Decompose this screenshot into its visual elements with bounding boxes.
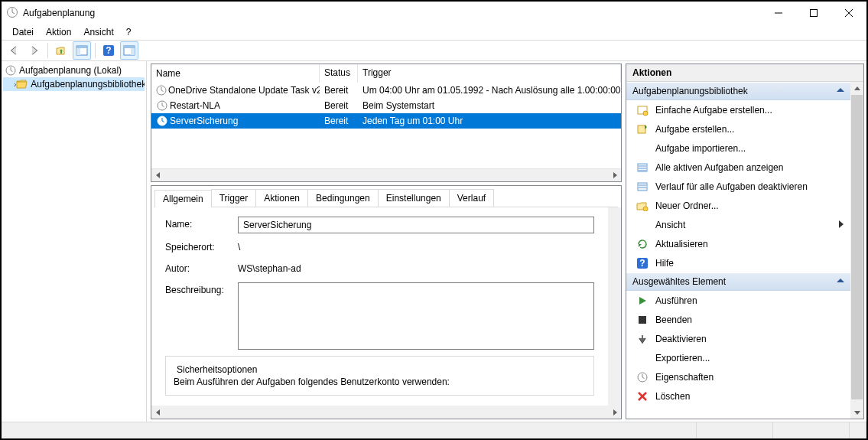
action-item[interactable]: Verlauf für alle Aufgaben deaktivieren bbox=[626, 177, 850, 196]
svg-rect-22 bbox=[639, 316, 646, 324]
disable-icon bbox=[636, 332, 649, 346]
tab-history[interactable]: Verlauf bbox=[449, 189, 494, 207]
col-header-name[interactable]: Name bbox=[151, 64, 320, 83]
close-button[interactable] bbox=[831, 2, 866, 24]
action-item[interactable]: Ansicht bbox=[626, 215, 850, 234]
task-row[interactable]: ServerSicherungBereitJeden Tag um 01:00 … bbox=[151, 113, 621, 129]
col-header-status[interactable]: Status bbox=[320, 64, 358, 83]
description-field[interactable] bbox=[238, 282, 594, 350]
action-item[interactable]: Ausführen bbox=[626, 291, 850, 310]
table-header: Name Status Trigger bbox=[151, 64, 621, 83]
menu-action[interactable]: Aktion bbox=[41, 25, 76, 39]
tab-general[interactable]: Allgemein bbox=[154, 190, 212, 207]
horizontal-scrollbar[interactable] bbox=[151, 406, 621, 419]
action-label: Hilfe bbox=[655, 258, 674, 269]
titlebar: Aufgabenplanung bbox=[2, 2, 866, 24]
action-label: Einfache Aufgabe erstellen... bbox=[655, 105, 772, 116]
props-icon bbox=[636, 370, 649, 384]
minimize-button[interactable] bbox=[761, 2, 796, 24]
run-icon bbox=[636, 294, 649, 308]
toolbar: ? bbox=[2, 40, 866, 61]
task-name: ServerSicherung bbox=[170, 116, 238, 126]
menu-view[interactable]: Ansicht bbox=[79, 25, 118, 39]
disable-history-icon bbox=[636, 180, 649, 194]
svg-point-15 bbox=[643, 111, 648, 116]
tab-conditions[interactable]: Bedingungen bbox=[307, 189, 379, 207]
actions-section[interactable]: Ausgewähltes Element bbox=[626, 272, 850, 291]
help-icon: ? bbox=[636, 256, 649, 270]
import-icon bbox=[636, 142, 649, 155]
action-item[interactable]: Deaktivieren bbox=[626, 329, 850, 348]
tree-library[interactable]: › Aufgabenplanungsbibliothek bbox=[3, 77, 145, 91]
new-folder-icon bbox=[636, 199, 649, 213]
tab-body: Name: ServerSicherung Speicherort: \ Aut… bbox=[151, 207, 608, 406]
action-item[interactable]: Neuer Ordner... bbox=[626, 196, 850, 215]
action-label: Verlauf für alle Aufgaben deaktivieren bbox=[655, 181, 808, 192]
task-list: Name Status Trigger OneDrive Standalone … bbox=[151, 64, 622, 182]
action-item[interactable]: Alle aktiven Aufgaben anzeigen bbox=[626, 158, 850, 177]
tab-triggers[interactable]: Trigger bbox=[211, 189, 257, 207]
svg-text:?: ? bbox=[639, 258, 645, 269]
action-label: Deaktivieren bbox=[655, 334, 707, 344]
forward-button[interactable] bbox=[25, 41, 44, 60]
task-row[interactable]: OneDrive Standalone Update Task v2Bereit… bbox=[151, 83, 621, 98]
clock-icon bbox=[156, 115, 168, 127]
security-account-label: Beim Ausführen der Aufgaben folgendes Be… bbox=[174, 375, 586, 392]
task-status: Bereit bbox=[320, 99, 358, 112]
vertical-scrollbar[interactable] bbox=[608, 207, 621, 406]
svg-rect-9 bbox=[131, 48, 135, 55]
tab-strip: Allgemein Trigger Aktionen Bedingungen E… bbox=[151, 186, 621, 207]
scroll-left-icon[interactable] bbox=[151, 169, 164, 182]
task-detail: Allgemein Trigger Aktionen Bedingungen E… bbox=[151, 185, 622, 419]
back-button[interactable] bbox=[5, 41, 23, 60]
menu-help[interactable]: ? bbox=[122, 25, 136, 39]
show-action-pane-button[interactable] bbox=[120, 41, 138, 60]
name-field[interactable]: ServerSicherung bbox=[238, 217, 594, 233]
location-value: \ bbox=[238, 240, 594, 255]
actions-header: Aktionen bbox=[626, 64, 863, 82]
action-item[interactable]: Exportieren... bbox=[626, 348, 850, 367]
action-item[interactable]: Löschen bbox=[626, 386, 850, 406]
svg-text:?: ? bbox=[106, 45, 111, 56]
actions-section[interactable]: Aufgabenplanungsbibliothek bbox=[626, 82, 850, 100]
scroll-right-icon[interactable] bbox=[608, 169, 621, 182]
center-pane: Name Status Trigger OneDrive Standalone … bbox=[147, 61, 626, 422]
show-hide-tree-button[interactable] bbox=[73, 41, 91, 60]
create-basic-icon bbox=[636, 103, 649, 117]
tree-library-label: Aufgabenplanungsbibliothek bbox=[31, 79, 145, 90]
col-header-trigger[interactable]: Trigger bbox=[358, 64, 621, 83]
tree-root[interactable]: Aufgabenplanung (Lokal) bbox=[3, 64, 145, 77]
clock-icon bbox=[156, 99, 168, 112]
menubar: Datei Aktion Ansicht ? bbox=[2, 24, 866, 40]
chevron-right-icon bbox=[838, 220, 844, 230]
svg-rect-1 bbox=[811, 10, 818, 17]
folder-open-icon bbox=[16, 78, 28, 90]
maximize-button[interactable] bbox=[796, 2, 831, 24]
action-label: Ausführen bbox=[655, 295, 697, 306]
author-value: WS\stephan-ad bbox=[238, 261, 594, 276]
app-icon bbox=[6, 6, 18, 21]
menu-file[interactable]: Datei bbox=[8, 25, 38, 39]
author-label: Autor: bbox=[165, 261, 238, 276]
action-label: Beenden bbox=[655, 315, 692, 325]
task-row[interactable]: Restart-NLABereitBeim Systemstart bbox=[151, 98, 621, 113]
actions-pane: Aktionen AufgabenplanungsbibliothekEinfa… bbox=[626, 61, 866, 422]
action-item[interactable]: ?Hilfe bbox=[626, 253, 850, 272]
action-label: Eigenschaften bbox=[655, 372, 714, 383]
action-item[interactable]: Eigenschaften bbox=[626, 367, 850, 386]
tab-actions[interactable]: Aktionen bbox=[255, 189, 308, 207]
svg-rect-3 bbox=[76, 46, 87, 48]
action-item[interactable]: Aktualisieren bbox=[626, 234, 850, 253]
up-folder-button[interactable] bbox=[52, 41, 70, 60]
clock-icon bbox=[156, 84, 167, 96]
security-options-legend: Sicherheitsoptionen bbox=[174, 364, 260, 375]
horizontal-scrollbar[interactable] bbox=[151, 168, 621, 181]
tab-settings[interactable]: Einstellungen bbox=[378, 189, 450, 207]
vertical-scrollbar[interactable] bbox=[850, 82, 863, 419]
action-item[interactable]: Einfache Aufgabe erstellen... bbox=[626, 100, 850, 119]
window-title: Aufgabenplanung bbox=[23, 8, 761, 18]
action-item[interactable]: Beenden bbox=[626, 310, 850, 329]
action-item[interactable]: Aufgabe erstellen... bbox=[626, 119, 850, 139]
action-item[interactable]: Aufgabe importieren... bbox=[626, 139, 850, 158]
help-button[interactable]: ? bbox=[99, 41, 118, 60]
